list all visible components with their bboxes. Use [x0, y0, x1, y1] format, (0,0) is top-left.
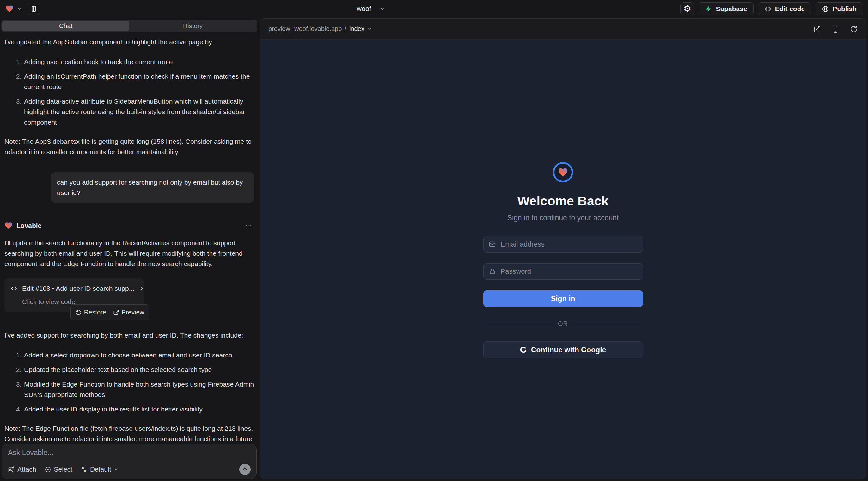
assistant-note: Note: The AppSidebar.tsx file is getting… [4, 136, 254, 157]
mail-icon [489, 241, 496, 248]
email-field-wrapper [483, 236, 643, 253]
lock-icon [489, 268, 496, 275]
attach-label: Attach [18, 466, 36, 473]
globe-icon [822, 5, 829, 13]
lovable-app-window: woof ⚙ Supabase Edit code [0, 0, 868, 481]
select-element-button[interactable]: Select [44, 466, 72, 473]
mode-selector[interactable]: Default [81, 466, 119, 473]
edit-code-button[interactable]: Edit code [758, 2, 811, 15]
email-field[interactable] [483, 236, 643, 253]
refresh-icon[interactable] [850, 25, 858, 33]
topbar: woof ⚙ Supabase Edit code [0, 0, 868, 18]
preview-iframe-content: Welcome Back Sign in to continue to your… [260, 39, 866, 479]
password-field-wrapper [483, 263, 643, 280]
attach-button[interactable]: Attach [8, 466, 36, 473]
assistant-numbered-list: Adding useLocation hook to track the cur… [4, 57, 254, 127]
assistant-paragraph: I'll update the search functionality in … [4, 238, 254, 269]
project-chevron-down-icon [380, 6, 385, 12]
assistant-name: Lovable [17, 220, 41, 231]
assistant-header: Lovable [4, 220, 254, 231]
supabase-label: Supabase [716, 5, 747, 13]
workspace-chevron-down-icon[interactable] [17, 7, 22, 11]
publish-label: Publish [833, 5, 857, 13]
list-item: Updated the placeholder text based on th… [23, 364, 254, 375]
project-name: woof [356, 5, 371, 13]
assistant-paragraph: I've added support for searching by both… [4, 330, 254, 340]
project-switcher[interactable]: woof [356, 0, 385, 18]
edit-code-label: Edit code [775, 5, 805, 13]
code-icon [10, 285, 18, 292]
list-item: Modified the Edge Function to handle bot… [23, 379, 254, 400]
chat-message-list[interactable]: I've updated the AppSidebar component to… [0, 32, 258, 441]
message-menu-dots-icon[interactable] [245, 222, 252, 229]
select-label: Select [54, 466, 72, 473]
edit-card-actions: Restore Preview [70, 304, 149, 320]
assistant-paragraph: I've updated the AppSidebar component to… [4, 37, 254, 47]
app-logo [553, 162, 573, 182]
external-link-icon [113, 310, 119, 315]
panel-left-icon [30, 5, 37, 12]
google-g-icon: G [520, 345, 527, 355]
open-in-new-tab-icon[interactable] [813, 25, 821, 33]
chevron-right-icon [139, 285, 145, 292]
send-button[interactable] [239, 463, 251, 475]
list-item: Adding useLocation hook to track the cur… [23, 57, 254, 67]
page-subtitle: Sign in to continue to your account [507, 214, 619, 222]
list-item: Adding an isCurrentPath helper function … [23, 71, 254, 92]
chat-input[interactable] [8, 448, 251, 457]
code-icon [764, 5, 772, 13]
or-divider: OR [483, 320, 643, 327]
toggle-sidebar-button[interactable] [28, 3, 40, 15]
user-message-bubble: can you add support for searching not on… [51, 172, 254, 202]
tab-history[interactable]: History [129, 21, 256, 31]
google-button-label: Continue with Google [531, 346, 606, 354]
preview-page-name: index [349, 25, 365, 33]
gear-icon: ⚙ [683, 4, 691, 13]
arrow-up-icon [242, 466, 248, 473]
list-item: Added the user ID display in the results… [23, 404, 254, 414]
restore-button[interactable]: Restore [75, 307, 106, 318]
preview-toolbar: preview--woof.lovable.app / index [260, 19, 866, 39]
chat-panel: Chat History I've updated the AppSidebar… [0, 18, 258, 481]
edit-card-title: Edit #108 • Add user ID search supp... [22, 283, 134, 294]
restore-label: Restore [84, 307, 106, 318]
preview-panel: preview--woof.lovable.app / index [260, 18, 866, 479]
breadcrumb-separator: / [345, 25, 346, 33]
password-field[interactable] [483, 263, 643, 280]
preview-url-breadcrumb[interactable]: preview--woof.lovable.app / index [268, 25, 372, 33]
heart-logo-icon [558, 167, 568, 178]
assistant-numbered-list: Added a select dropdown to choose betwee… [4, 350, 254, 414]
publish-button[interactable]: Publish [815, 2, 863, 15]
target-icon [44, 466, 51, 473]
sign-in-button[interactable]: Sign in [483, 290, 643, 307]
supabase-button[interactable]: Supabase [699, 2, 753, 15]
preview-label: Preview [122, 307, 144, 318]
mobile-view-icon[interactable] [832, 25, 839, 33]
lovable-logo-icon[interactable] [5, 4, 14, 13]
attach-image-icon [8, 466, 14, 473]
or-label: OR [558, 320, 568, 327]
continue-with-google-button[interactable]: G Continue with Google [483, 341, 643, 358]
preview-button[interactable]: Preview [113, 307, 144, 318]
chat-history-tabs: Chat History [1, 20, 257, 32]
lovable-heart-icon [4, 222, 13, 230]
list-item: Adding data-active attribute to SidebarM… [23, 96, 254, 127]
tab-chat[interactable]: Chat [2, 21, 129, 31]
settings-button[interactable]: ⚙ [680, 2, 694, 15]
mode-chevron-down-icon [114, 467, 119, 472]
sign-in-form: Sign in OR G Continue with Google [483, 236, 643, 358]
sliders-icon [81, 466, 87, 473]
supabase-bolt-icon [705, 5, 712, 13]
page-chevron-down-icon [367, 27, 372, 31]
edit-card-wrapper: Edit #108 • Add user ID search supp... C… [4, 279, 144, 312]
restore-icon [75, 310, 82, 315]
page-title: Welcome Back [518, 194, 609, 209]
list-item: Added a select dropdown to choose betwee… [23, 350, 254, 360]
mode-label: Default [90, 466, 111, 473]
preview-domain: preview--woof.lovable.app [268, 25, 342, 33]
composer: Attach Select Default [2, 444, 257, 479]
assistant-note: Note: The Edge Function file (fetch-fire… [4, 423, 254, 441]
